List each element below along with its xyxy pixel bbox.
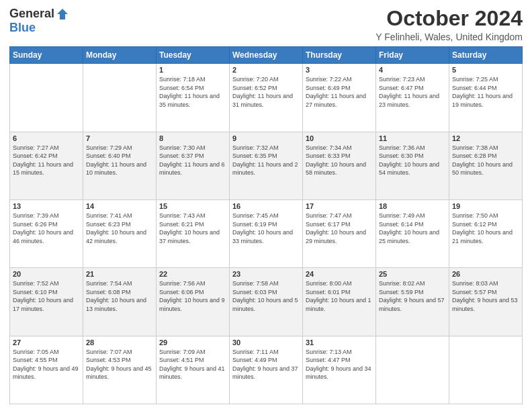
- day-number: 10: [306, 134, 373, 142]
- day-info: Sunrise: 7:20 AMSunset: 6:52 PMDaylight:…: [232, 75, 300, 109]
- table-cell: 27Sunrise: 7:05 AMSunset: 4:55 PMDayligh…: [10, 336, 83, 404]
- logo-blue-text: Blue: [9, 21, 36, 35]
- month-title: October 2024: [375, 7, 523, 30]
- day-info: Sunrise: 7:41 AMSunset: 6:23 PMDaylight:…: [86, 212, 153, 245]
- day-number: 15: [159, 202, 226, 210]
- logo: General Blue: [9, 7, 69, 35]
- calendar-header-row: Sunday Monday Tuesday Wednesday Thursday…: [10, 47, 523, 64]
- day-number: 23: [232, 270, 300, 278]
- day-info: Sunrise: 7:38 AMSunset: 6:28 PMDaylight:…: [452, 144, 519, 177]
- calendar-row: 6Sunrise: 7:27 AMSunset: 6:42 PMDaylight…: [10, 132, 523, 199]
- table-cell: [10, 64, 83, 132]
- day-number: 24: [306, 270, 373, 278]
- table-cell: 4Sunrise: 7:23 AMSunset: 6:47 PMDaylight…: [376, 64, 449, 132]
- table-cell: 6Sunrise: 7:27 AMSunset: 6:42 PMDaylight…: [10, 132, 83, 199]
- table-cell: 10Sunrise: 7:34 AMSunset: 6:33 PMDayligh…: [303, 132, 376, 199]
- day-info: Sunrise: 7:07 AMSunset: 4:53 PMDaylight:…: [86, 348, 153, 381]
- day-info: Sunrise: 7:29 AMSunset: 6:40 PMDaylight:…: [86, 144, 153, 177]
- table-cell: 28Sunrise: 7:07 AMSunset: 4:53 PMDayligh…: [83, 336, 157, 404]
- day-info: Sunrise: 7:54 AMSunset: 6:08 PMDaylight:…: [86, 279, 153, 313]
- calendar-page: General Blue October 2024 Y Felinheli, W…: [0, 0, 532, 411]
- logo-icon: [56, 7, 69, 21]
- day-number: 22: [159, 270, 226, 278]
- day-number: 1: [159, 66, 226, 74]
- day-number: 9: [232, 134, 300, 142]
- location-text: Y Felinheli, Wales, United Kingdom: [375, 32, 523, 42]
- table-cell: 30Sunrise: 7:11 AMSunset: 4:49 PMDayligh…: [230, 336, 303, 404]
- day-info: Sunrise: 8:03 AMSunset: 5:57 PMDaylight:…: [452, 279, 519, 313]
- calendar-table: Sunday Monday Tuesday Wednesday Thursday…: [9, 46, 523, 404]
- table-cell: 12Sunrise: 7:38 AMSunset: 6:28 PMDayligh…: [449, 132, 523, 199]
- day-number: 17: [306, 202, 373, 210]
- day-info: Sunrise: 7:32 AMSunset: 6:35 PMDaylight:…: [232, 144, 300, 177]
- table-cell: 20Sunrise: 7:52 AMSunset: 6:10 PMDayligh…: [10, 268, 83, 336]
- table-cell: 24Sunrise: 8:00 AMSunset: 6:01 PMDayligh…: [303, 268, 376, 336]
- table-cell: 2Sunrise: 7:20 AMSunset: 6:52 PMDaylight…: [230, 64, 303, 132]
- col-saturday: Saturday: [449, 47, 523, 64]
- day-info: Sunrise: 7:25 AMSunset: 6:44 PMDaylight:…: [452, 75, 519, 109]
- day-number: 16: [232, 202, 300, 210]
- day-info: Sunrise: 7:58 AMSunset: 6:03 PMDaylight:…: [232, 279, 300, 313]
- day-info: Sunrise: 7:23 AMSunset: 6:47 PMDaylight:…: [379, 75, 446, 109]
- table-cell: 5Sunrise: 7:25 AMSunset: 6:44 PMDaylight…: [449, 64, 523, 132]
- table-cell: 26Sunrise: 8:03 AMSunset: 5:57 PMDayligh…: [449, 268, 523, 336]
- table-cell: 14Sunrise: 7:41 AMSunset: 6:23 PMDayligh…: [83, 199, 157, 267]
- day-info: Sunrise: 8:00 AMSunset: 6:01 PMDaylight:…: [306, 279, 373, 313]
- table-cell: 21Sunrise: 7:54 AMSunset: 6:08 PMDayligh…: [83, 268, 157, 336]
- table-cell: 7Sunrise: 7:29 AMSunset: 6:40 PMDaylight…: [83, 132, 157, 199]
- day-info: Sunrise: 7:18 AMSunset: 6:54 PMDaylight:…: [159, 75, 226, 109]
- day-number: 20: [13, 270, 80, 278]
- day-info: Sunrise: 7:22 AMSunset: 6:49 PMDaylight:…: [306, 75, 373, 109]
- day-info: Sunrise: 7:49 AMSunset: 6:14 PMDaylight:…: [379, 212, 446, 245]
- table-cell: 22Sunrise: 7:56 AMSunset: 6:06 PMDayligh…: [157, 268, 230, 336]
- day-number: 28: [86, 338, 153, 347]
- table-cell: 18Sunrise: 7:49 AMSunset: 6:14 PMDayligh…: [376, 199, 449, 267]
- day-info: Sunrise: 7:52 AMSunset: 6:10 PMDaylight:…: [13, 279, 80, 313]
- table-cell: 17Sunrise: 7:47 AMSunset: 6:17 PMDayligh…: [303, 199, 376, 267]
- day-info: Sunrise: 7:34 AMSunset: 6:33 PMDaylight:…: [306, 144, 373, 177]
- table-cell: 31Sunrise: 7:13 AMSunset: 4:47 PMDayligh…: [303, 336, 376, 404]
- table-cell: 23Sunrise: 7:58 AMSunset: 6:03 PMDayligh…: [230, 268, 303, 336]
- col-sunday: Sunday: [10, 47, 83, 64]
- day-number: 13: [13, 202, 80, 210]
- table-cell: 15Sunrise: 7:43 AMSunset: 6:21 PMDayligh…: [157, 199, 230, 267]
- day-info: Sunrise: 7:43 AMSunset: 6:21 PMDaylight:…: [159, 212, 226, 245]
- table-cell: [376, 336, 449, 404]
- calendar-row: 20Sunrise: 7:52 AMSunset: 6:10 PMDayligh…: [10, 268, 523, 336]
- table-cell: 16Sunrise: 7:45 AMSunset: 6:19 PMDayligh…: [230, 199, 303, 267]
- day-number: 14: [86, 202, 153, 210]
- col-tuesday: Tuesday: [157, 47, 230, 64]
- day-info: Sunrise: 7:50 AMSunset: 6:12 PMDaylight:…: [452, 212, 519, 245]
- table-cell: 19Sunrise: 7:50 AMSunset: 6:12 PMDayligh…: [449, 199, 523, 267]
- header: General Blue October 2024 Y Felinheli, W…: [9, 7, 523, 42]
- day-number: 31: [306, 338, 373, 347]
- day-number: 2: [232, 66, 300, 74]
- day-number: 26: [452, 270, 519, 278]
- logo-general-text: General: [9, 7, 54, 21]
- table-cell: 3Sunrise: 7:22 AMSunset: 6:49 PMDaylight…: [303, 64, 376, 132]
- day-info: Sunrise: 7:09 AMSunset: 4:51 PMDaylight:…: [159, 348, 226, 381]
- day-number: 12: [452, 134, 519, 142]
- table-cell: 11Sunrise: 7:36 AMSunset: 6:30 PMDayligh…: [376, 132, 449, 199]
- day-number: 7: [86, 134, 153, 142]
- day-info: Sunrise: 7:56 AMSunset: 6:06 PMDaylight:…: [159, 279, 226, 313]
- day-info: Sunrise: 7:11 AMSunset: 4:49 PMDaylight:…: [232, 348, 300, 381]
- day-info: Sunrise: 7:27 AMSunset: 6:42 PMDaylight:…: [13, 144, 80, 177]
- day-number: 18: [379, 202, 446, 210]
- day-info: Sunrise: 7:47 AMSunset: 6:17 PMDaylight:…: [306, 212, 373, 245]
- day-number: 19: [452, 202, 519, 210]
- calendar-row: 1Sunrise: 7:18 AMSunset: 6:54 PMDaylight…: [10, 64, 523, 132]
- day-number: 27: [13, 338, 80, 347]
- day-info: Sunrise: 7:30 AMSunset: 6:37 PMDaylight:…: [159, 144, 226, 177]
- table-cell: [83, 64, 157, 132]
- svg-marker-0: [57, 9, 68, 19]
- day-info: Sunrise: 8:02 AMSunset: 5:59 PMDaylight:…: [379, 279, 446, 313]
- calendar-row: 27Sunrise: 7:05 AMSunset: 4:55 PMDayligh…: [10, 336, 523, 404]
- day-number: 30: [232, 338, 300, 347]
- day-info: Sunrise: 7:05 AMSunset: 4:55 PMDaylight:…: [13, 348, 80, 381]
- day-info: Sunrise: 7:13 AMSunset: 4:47 PMDaylight:…: [306, 348, 373, 381]
- title-section: October 2024 Y Felinheli, Wales, United …: [375, 7, 523, 42]
- day-number: 29: [159, 338, 226, 347]
- day-number: 11: [379, 134, 446, 142]
- table-cell: 1Sunrise: 7:18 AMSunset: 6:54 PMDaylight…: [157, 64, 230, 132]
